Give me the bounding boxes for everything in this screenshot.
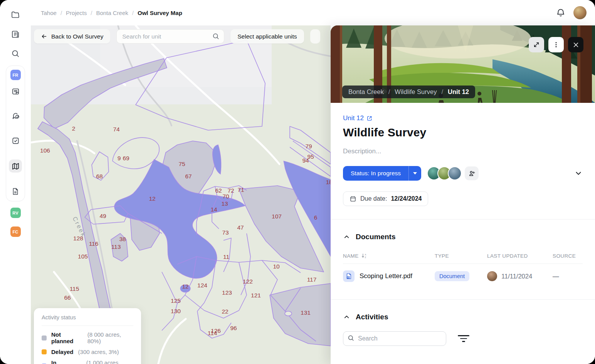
legend-label: Delayed <box>51 349 74 355</box>
activities-search <box>343 331 446 346</box>
map-unit-label[interactable]: 115 <box>70 285 79 292</box>
map-unit-label[interactable]: 74 <box>113 126 120 133</box>
breadcrumb-separator: / <box>91 10 92 16</box>
map-unit-label[interactable]: 75 <box>178 161 185 167</box>
chat-icon[interactable] <box>10 110 21 122</box>
status-dropdown[interactable]: Status: In progress <box>343 166 421 181</box>
map-unit-label[interactable]: 113 <box>111 243 121 250</box>
tasks-icon[interactable] <box>10 135 21 146</box>
notes-icon[interactable] <box>10 86 21 97</box>
map-unit-label[interactable]: 79 <box>305 143 312 149</box>
breadcrumb-item[interactable]: Projects <box>66 10 87 16</box>
map-unit-label[interactable]: 106 <box>40 147 50 154</box>
map-unit-label[interactable]: 131 <box>301 309 311 316</box>
map-unit-label[interactable]: 130 <box>171 308 181 314</box>
expand-panel-button[interactable] <box>529 37 544 52</box>
breadcrumb-item[interactable]: Bonta Creek <box>348 88 384 96</box>
notifications-bell-icon[interactable] <box>556 8 566 18</box>
workspace-avatar-rv[interactable]: RV <box>10 208 21 218</box>
map-unit-label[interactable]: 18 <box>326 179 331 185</box>
map-unit-label[interactable]: 66 <box>64 294 71 301</box>
back-to-owl-survey-button[interactable]: Back to Owl Survey <box>34 29 110 44</box>
partially-hidden-map-button[interactable] <box>310 29 320 44</box>
map-unit-label[interactable]: 96 <box>230 325 237 331</box>
workspace-avatar-fr[interactable]: FR <box>10 70 21 80</box>
map-unit-label[interactable]: 122 <box>243 278 253 285</box>
close-panel-button[interactable] <box>568 37 583 52</box>
breadcrumb-separator: / <box>61 10 62 16</box>
column-last-updated[interactable]: LAST UPDATED <box>487 253 553 259</box>
more-options-button[interactable] <box>548 37 564 52</box>
activities-section-toggle[interactable]: Activities <box>331 300 595 321</box>
add-assignee-button[interactable] <box>465 166 479 180</box>
map-unit-label[interactable]: 114 <box>208 330 217 336</box>
legend-swatch <box>42 349 47 354</box>
map-unit-label[interactable]: 94 <box>302 157 309 164</box>
projects-folder-icon[interactable] <box>10 9 21 21</box>
map-unit-label[interactable]: 70 <box>222 193 229 200</box>
map-unit-label[interactable]: 22 <box>222 308 228 315</box>
table-row[interactable]: PDF Scoping Letter.pdf Document 11/11/20… <box>331 264 595 289</box>
filter-button[interactable] <box>456 334 471 344</box>
map-unit-label[interactable]: 107 <box>272 213 282 220</box>
map-unit-label[interactable]: 124 <box>197 282 207 289</box>
legend-detail: (1 000 acres, 10%) <box>86 359 133 364</box>
map-unit-label[interactable]: 117 <box>307 276 317 283</box>
unit-link[interactable]: Unit 12 <box>343 114 373 122</box>
documents-section-toggle[interactable]: Documents <box>331 220 595 241</box>
search-icon[interactable] <box>10 48 21 59</box>
map-unit-label[interactable]: 6 <box>314 214 318 221</box>
map-unit-label[interactable]: 9 <box>118 155 121 161</box>
document-name[interactable]: Scoping Letter.pdf <box>360 272 412 280</box>
workspace-avatar-fc[interactable]: FC <box>10 226 21 237</box>
activities-search-input[interactable] <box>343 331 446 346</box>
layers-icon[interactable] <box>10 29 21 40</box>
map-unit-label[interactable]: 49 <box>99 213 106 219</box>
map-unit-label[interactable]: 105 <box>78 253 88 260</box>
breadcrumb-item[interactable]: Tahoe <box>41 10 57 16</box>
map-unit-label[interactable]: 125 <box>171 297 181 304</box>
filter-icon <box>458 335 469 336</box>
column-name[interactable]: NAME <box>343 253 359 259</box>
breadcrumb-item[interactable]: Bonta Creek <box>96 10 128 16</box>
user-avatar[interactable] <box>573 6 587 19</box>
avatar[interactable] <box>448 166 462 180</box>
breadcrumb-item[interactable]: Wildlife Survey <box>395 88 437 96</box>
select-applicable-units-button[interactable]: Select applicable units <box>230 29 304 44</box>
svg-text:A: A <box>365 253 366 256</box>
unit-search-input[interactable] <box>116 29 224 44</box>
map-unit-label[interactable]: 73 <box>222 229 229 236</box>
description-placeholder[interactable]: Description... <box>343 148 583 155</box>
due-date-button[interactable]: Due date: 12/24/2024 <box>343 191 428 206</box>
sort-az-icon[interactable]: A Z <box>361 253 367 259</box>
map-unit-label[interactable]: 38 <box>119 236 126 242</box>
column-source[interactable]: SOURCE <box>553 253 583 259</box>
map-unit-label[interactable]: 71 <box>237 186 244 193</box>
map-unit-label[interactable]: 123 <box>222 289 232 296</box>
map-unit-label[interactable]: 12 <box>182 283 188 290</box>
documents-table-header: NAME A Z TYPE LAST UPDATED SOURCE <box>331 253 595 259</box>
collapse-details-chevron[interactable] <box>574 169 583 178</box>
map-unit-label[interactable]: 121 <box>251 292 261 299</box>
map-unit-label[interactable]: 62 <box>215 187 222 194</box>
status-label: Status: In progress <box>343 166 408 181</box>
map-unit-label[interactable]: 13 <box>221 200 228 207</box>
map-unit-label[interactable]: 11 <box>223 253 229 260</box>
due-date-label: Due date: <box>360 195 387 202</box>
map-unit-label[interactable]: 12 <box>149 195 155 202</box>
map-unit-label[interactable]: 116 <box>89 240 99 247</box>
map-unit-label[interactable]: 14 <box>210 206 217 213</box>
map-unit-label[interactable]: 2 <box>72 125 76 132</box>
status-caret[interactable] <box>408 166 421 181</box>
map-unit-label[interactable]: 10 <box>273 263 280 270</box>
map-icon[interactable] <box>9 159 22 173</box>
map-unit-label[interactable]: 69 <box>123 155 129 161</box>
map-unit-label[interactable]: 47 <box>237 224 244 231</box>
document-icon[interactable] <box>10 186 21 197</box>
map-unit-label[interactable]: 67 <box>185 173 192 179</box>
column-type[interactable]: TYPE <box>435 253 487 259</box>
map-unit-label[interactable]: 68 <box>96 173 103 179</box>
map-canvas[interactable]: Creek 2741069697568671262727170131449107… <box>31 25 331 364</box>
due-date-value: 12/24/2024 <box>391 195 422 202</box>
map-unit-label[interactable]: 128 <box>73 235 83 242</box>
